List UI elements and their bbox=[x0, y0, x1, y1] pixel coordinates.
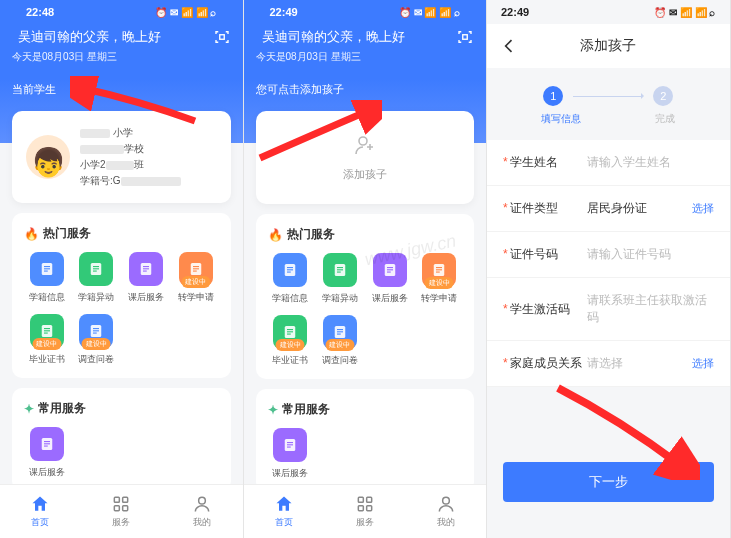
service-item[interactable]: 建设中调查问卷 bbox=[74, 314, 120, 366]
page-header: 添加孩子 bbox=[487, 24, 730, 68]
service-item[interactable]: 学籍异动 bbox=[74, 252, 120, 304]
sparkle-icon: ✦ bbox=[24, 402, 34, 416]
svg-rect-17 bbox=[193, 268, 199, 269]
service-item[interactable]: 学籍信息 bbox=[24, 252, 70, 304]
svg-rect-24 bbox=[93, 328, 99, 329]
svg-rect-42 bbox=[287, 269, 293, 270]
panel-title-hot: 🔥 热门服务 bbox=[24, 225, 219, 242]
svg-rect-54 bbox=[436, 269, 442, 270]
student-card[interactable]: 👦 小学 学校 小学2班 学籍号:G bbox=[12, 111, 231, 203]
select-action[interactable]: 选择 bbox=[692, 356, 714, 371]
svg-rect-53 bbox=[436, 267, 442, 268]
svg-rect-58 bbox=[287, 331, 293, 332]
service-item[interactable]: 建设中毕业证书 bbox=[24, 314, 70, 366]
badge-building: 建设中 bbox=[32, 338, 61, 350]
common-services-panel: ✦ 常用服务 课后服务 bbox=[12, 388, 231, 491]
form-row[interactable]: *家庭成员关系请选择选择 bbox=[487, 341, 730, 387]
service-item[interactable]: 建设中调查问卷 bbox=[317, 315, 363, 367]
common-services-grid: 课后服务 bbox=[24, 427, 219, 479]
status-bar: 22:49 ⏰ ✉ 📶 📶 ⌕ bbox=[487, 0, 730, 24]
service-item[interactable]: 学籍异动 bbox=[317, 253, 363, 305]
svg-rect-62 bbox=[337, 331, 343, 332]
svg-rect-55 bbox=[436, 272, 440, 273]
status-icons: ⏰ ✉ 📶 📶 ⌕ bbox=[399, 7, 460, 18]
service-label: 转学申请 bbox=[421, 292, 457, 305]
form-row[interactable]: *证件号码请输入证件号码 bbox=[487, 232, 730, 278]
svg-rect-45 bbox=[337, 267, 343, 268]
form-value: 请联系班主任获取激活码 bbox=[587, 292, 714, 326]
service-label: 课后服务 bbox=[372, 292, 408, 305]
select-action[interactable]: 选择 bbox=[692, 201, 714, 216]
hot-services-panel: 🔥热门服务 学籍信息学籍异动课后服务建设中转学申请建设中毕业证书建设中调查问卷 bbox=[256, 214, 475, 379]
form-row[interactable]: *学生激活码请联系班主任获取激活码 bbox=[487, 278, 730, 341]
svg-rect-18 bbox=[193, 271, 197, 272]
svg-rect-66 bbox=[287, 444, 293, 445]
greeting-text: 吴迪司翰的父亲，晚上好 bbox=[18, 28, 207, 46]
stepper: 1 2 bbox=[487, 68, 730, 112]
nav-service[interactable]: 服务 bbox=[81, 485, 162, 538]
svg-rect-21 bbox=[44, 330, 50, 331]
svg-point-39 bbox=[359, 137, 367, 145]
svg-rect-33 bbox=[115, 506, 120, 511]
nav-service[interactable]: 服务 bbox=[324, 485, 405, 538]
service-item[interactable]: 建设中转学申请 bbox=[173, 252, 219, 304]
svg-rect-59 bbox=[287, 334, 291, 335]
screen-home-current-student: 22:48 ⏰ ✉ 📶 📶 ⌕ 吴迪司翰的父亲，晚上好 今天是08月03日 星期… bbox=[0, 0, 244, 538]
nav-mine[interactable]: 我的 bbox=[405, 485, 486, 538]
back-icon[interactable] bbox=[499, 36, 519, 56]
common-services-panel: ✦常用服务 课后服务 bbox=[256, 389, 475, 492]
service-item[interactable]: 课后服务 bbox=[268, 428, 314, 480]
add-child-label: 添加孩子 bbox=[343, 167, 387, 182]
svg-rect-28 bbox=[44, 441, 50, 442]
service-label: 课后服务 bbox=[29, 466, 65, 479]
step-labels: 填写信息 完成 bbox=[487, 112, 730, 140]
service-item[interactable]: 课后服务 bbox=[367, 253, 413, 305]
svg-rect-8 bbox=[93, 266, 99, 267]
svg-rect-14 bbox=[143, 271, 147, 272]
svg-point-72 bbox=[442, 497, 449, 504]
scan-icon[interactable] bbox=[456, 28, 474, 46]
svg-rect-43 bbox=[287, 272, 291, 273]
service-item[interactable]: 学籍信息 bbox=[268, 253, 314, 305]
svg-rect-9 bbox=[93, 268, 99, 269]
next-button[interactable]: 下一步 bbox=[503, 462, 714, 502]
form-row[interactable]: *学生姓名请输入学生姓名 bbox=[487, 140, 730, 186]
service-label: 学籍异动 bbox=[322, 292, 358, 305]
svg-rect-32 bbox=[123, 497, 128, 502]
date-text: 今天是08月03日 星期三 bbox=[256, 50, 475, 64]
svg-rect-10 bbox=[93, 271, 97, 272]
svg-point-35 bbox=[199, 497, 206, 504]
svg-rect-13 bbox=[143, 268, 149, 269]
service-label: 学籍信息 bbox=[272, 292, 308, 305]
service-label: 毕业证书 bbox=[29, 353, 65, 366]
greeting-text: 吴迪司翰的父亲，晚上好 bbox=[262, 28, 451, 46]
form-value: 请输入学生姓名 bbox=[587, 154, 714, 171]
section-current-student: 当前学生 bbox=[12, 78, 231, 101]
service-item[interactable]: 课后服务 bbox=[123, 252, 169, 304]
scan-icon[interactable] bbox=[213, 28, 231, 46]
service-label: 课后服务 bbox=[128, 291, 164, 304]
service-item[interactable]: 建设中转学申请 bbox=[416, 253, 462, 305]
add-child-card[interactable]: 添加孩子 bbox=[256, 111, 475, 204]
svg-rect-25 bbox=[93, 330, 99, 331]
service-label: 毕业证书 bbox=[272, 354, 308, 367]
status-icons: ⏰ ✉ 📶 📶 ⌕ bbox=[155, 7, 216, 18]
status-time: 22:49 bbox=[501, 6, 529, 18]
badge-building: 建设中 bbox=[276, 339, 305, 351]
status-time: 22:48 bbox=[26, 6, 54, 18]
nav-mine[interactable]: 我的 bbox=[162, 485, 243, 538]
service-item[interactable]: 建设中毕业证书 bbox=[268, 315, 314, 367]
service-label: 学籍异动 bbox=[78, 291, 114, 304]
page-title: 添加孩子 bbox=[519, 37, 698, 55]
form-row[interactable]: *证件类型居民身份证选择 bbox=[487, 186, 730, 232]
svg-rect-71 bbox=[366, 506, 371, 511]
service-item[interactable]: 课后服务 bbox=[24, 427, 70, 479]
nav-home[interactable]: 首页 bbox=[0, 485, 81, 538]
svg-rect-2 bbox=[219, 35, 224, 40]
nav-home[interactable]: 首页 bbox=[244, 485, 325, 538]
student-avatar: 👦 bbox=[26, 135, 70, 179]
badge-building: 建设中 bbox=[425, 277, 454, 289]
form: *学生姓名请输入学生姓名*证件类型居民身份证选择*证件号码请输入证件号码*学生激… bbox=[487, 140, 730, 387]
svg-rect-51 bbox=[387, 272, 391, 273]
svg-rect-63 bbox=[337, 334, 341, 335]
